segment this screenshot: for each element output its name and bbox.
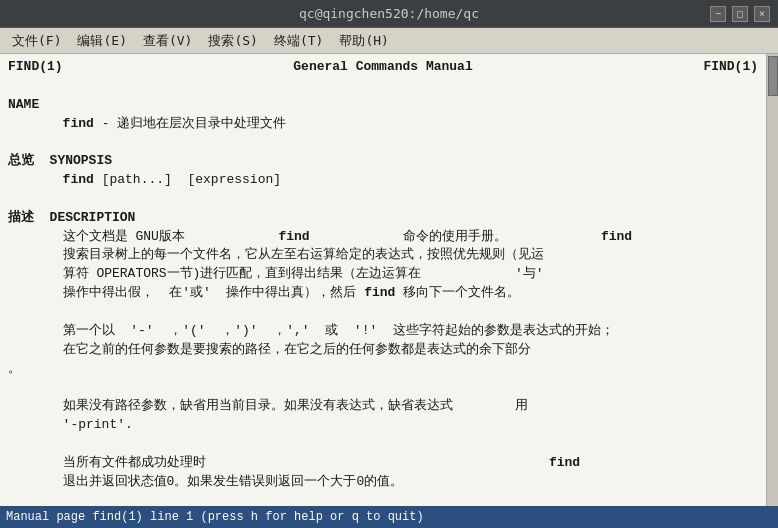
title-bar: qc@qingchen520:/home/qc − □ × [0, 0, 778, 28]
terminal-line: 第一个以 '-' ，'(' ，')' ，',' 或 '!' 这些字符起始的参数是… [8, 322, 758, 341]
menu-terminal[interactable]: 终端(T) [266, 30, 331, 52]
scroll-thumb[interactable] [768, 56, 778, 96]
menu-search[interactable]: 搜索(S) [200, 30, 265, 52]
terminal-line: 这个文档是 GNU版本 find 命令的使用手册。 find [8, 228, 758, 247]
terminal-line: 总览 SYNOPSIS [8, 152, 758, 171]
maximize-button[interactable]: □ [732, 6, 748, 22]
terminal-line [8, 77, 758, 96]
terminal-line: 如果没有路径参数，缺省用当前目录。如果没有表达式，缺省表达式 用 [8, 397, 758, 416]
man-header-left: FIND(1) [8, 58, 63, 77]
terminal-line: 退出并返回状态值0。如果发生错误则返回一个大于0的值。 [8, 473, 758, 492]
status-bar: Manual page find(1) line 1 (press h for … [0, 506, 778, 528]
terminal-line: 在它之前的任何参数是要搜索的路径，在它之后的任何参数都是表达式的余下部分 [8, 341, 758, 360]
menu-help[interactable]: 帮助(H) [331, 30, 396, 52]
terminal-text: FIND(1)General Commands ManualFIND(1) NA… [8, 58, 758, 491]
terminal-line: NAME [8, 96, 758, 115]
title-bar-text: qc@qingchen520:/home/qc [68, 6, 710, 21]
terminal-line: 操作中得出假， 在'或' 操作中得出真），然后 find 移向下一个文件名。 [8, 284, 758, 303]
terminal-line [8, 303, 758, 322]
close-button[interactable]: × [754, 6, 770, 22]
terminal-line [8, 435, 758, 454]
terminal-line [8, 133, 758, 152]
menu-edit[interactable]: 编辑(E) [69, 30, 134, 52]
terminal-line: 当所有文件都成功处理时 find [8, 454, 758, 473]
terminal-line [8, 378, 758, 397]
terminal-line: '-print'. [8, 416, 758, 435]
terminal-line: 算符 OPERATORS一节)进行匹配，直到得出结果（左边运算在 '与' [8, 265, 758, 284]
terminal-line: 搜索目录树上的每一个文件名，它从左至右运算给定的表达式，按照优先规则（见运 [8, 246, 758, 265]
terminal-line: find [path...] [expression] [8, 171, 758, 190]
man-header-center: General Commands Manual [293, 58, 472, 77]
terminal-line: find - 递归地在层次目录中处理文件 [8, 115, 758, 134]
terminal-line [8, 190, 758, 209]
terminal-line: 。 [8, 360, 758, 379]
minimize-button[interactable]: − [710, 6, 726, 22]
menu-bar: 文件(F) 编辑(E) 查看(V) 搜索(S) 终端(T) 帮助(H) [0, 28, 778, 54]
man-header-right: FIND(1) [703, 58, 758, 77]
menu-view[interactable]: 查看(V) [135, 30, 200, 52]
terminal-content: FIND(1)General Commands ManualFIND(1) NA… [0, 54, 766, 506]
terminal-line: 描述 DESCRIPTION [8, 209, 758, 228]
status-text: Manual page find(1) line 1 (press h for … [6, 510, 424, 524]
scrollbar[interactable] [766, 54, 778, 506]
terminal-area: FIND(1)General Commands ManualFIND(1) NA… [0, 54, 766, 506]
content-wrapper: FIND(1)General Commands ManualFIND(1) NA… [0, 54, 778, 506]
title-bar-controls: − □ × [710, 6, 770, 22]
menu-file[interactable]: 文件(F) [4, 30, 69, 52]
